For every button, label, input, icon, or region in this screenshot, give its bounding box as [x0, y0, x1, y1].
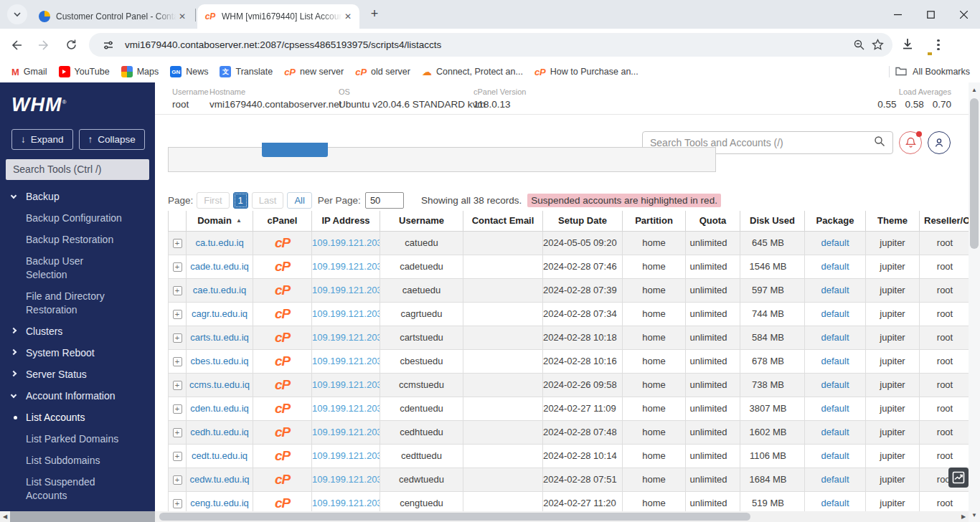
column-header-username[interactable]: Username [380, 211, 463, 231]
cpanel-logo-icon[interactable]: cP [275, 377, 290, 392]
all-pages-button[interactable]: All [287, 192, 311, 209]
scroll-right-icon[interactable]: ▶ [958, 511, 969, 522]
ip-address-link[interactable]: 109.199.121.203 [312, 285, 380, 295]
package-link[interactable]: default [821, 261, 849, 272]
column-header-disk-used[interactable]: Disk Used [740, 211, 805, 231]
current-page-button[interactable]: 1 [233, 192, 248, 209]
domain-link[interactable]: cbes.tu.edu.iq [191, 356, 249, 366]
forward-icon[interactable] [33, 34, 55, 56]
column-header-cpanel[interactable]: cPanel [253, 211, 312, 231]
collapse-button[interactable]: ↑Collapse [79, 129, 145, 150]
package-link[interactable]: default [821, 427, 849, 437]
per-page-input[interactable] [365, 192, 404, 209]
back-icon[interactable] [6, 34, 27, 56]
last-page-button[interactable]: Last [252, 192, 284, 209]
sidebar-item-list-accounts[interactable]: List Accounts [0, 411, 155, 424]
column-header-domain[interactable]: Domain▲ [187, 211, 253, 231]
bookmark-item[interactable]: MGmail [11, 67, 47, 77]
maximize-button[interactable] [914, 0, 947, 29]
zoom-out-icon[interactable] [849, 36, 868, 54]
notifications-bell-button[interactable] [899, 131, 922, 154]
package-link[interactable]: default [821, 237, 849, 248]
domain-link[interactable]: cedt.tu.edu.iq [192, 450, 248, 461]
vertical-scrollbar[interactable]: ▲ ▼ [969, 82, 980, 522]
cpanel-logo-icon[interactable]: cP [275, 306, 290, 321]
package-link[interactable]: default [821, 403, 849, 414]
domain-link[interactable]: cagr.tu.edu.iq [192, 308, 248, 319]
bookmark-item[interactable]: ☁Connect, Protect an... [422, 66, 523, 77]
cpanel-logo-icon[interactable]: cP [275, 495, 290, 511]
tab-whm-active[interactable]: cP WHM [vmi1679440] List Accoun ✕ [197, 4, 359, 29]
expand-button[interactable]: ↓Expand [11, 129, 73, 150]
bookmark-item[interactable]: Maps [121, 66, 159, 77]
cpanel-logo-icon[interactable]: cP [275, 330, 290, 345]
ip-address-link[interactable]: 109.199.121.203 [312, 498, 380, 508]
ip-address-link[interactable]: 109.199.121.203 [312, 450, 380, 461]
package-link[interactable]: default [821, 379, 849, 390]
cpanel-logo-icon[interactable]: cP [275, 353, 290, 369]
sidebar-item-list-suspended-accounts[interactable]: List Suspended Accounts [0, 475, 155, 503]
all-bookmarks-button[interactable]: All Bookmarks [913, 67, 970, 77]
ip-address-link[interactable]: 109.199.121.203 [312, 403, 380, 414]
package-link[interactable]: default [821, 308, 849, 319]
bookmark-item[interactable]: cPnew server [284, 67, 344, 77]
scroll-down-icon[interactable]: ▼ [969, 509, 980, 521]
search-icon[interactable] [874, 136, 885, 150]
domain-link[interactable]: cedh.tu.edu.iq [190, 427, 249, 437]
sidebar-item-file-and-directory-restoration[interactable]: File and Directory Restoration [0, 290, 155, 317]
scrollbar-thumb[interactable] [159, 513, 750, 521]
scroll-up-icon[interactable]: ▲ [969, 84, 980, 95]
expand-row-icon[interactable]: + [173, 381, 182, 390]
close-tab-icon[interactable]: ✕ [342, 11, 354, 22]
minimize-button[interactable] [881, 0, 914, 29]
bookmark-item[interactable]: cPHow to Purchase an... [534, 67, 639, 77]
expand-row-icon[interactable]: + [173, 262, 182, 272]
ip-address-link[interactable]: 109.199.121.203 [312, 332, 380, 343]
tab-search-chevron-icon[interactable] [7, 4, 27, 24]
scrollbar-thumb[interactable] [970, 98, 979, 249]
domain-link[interactable]: ceng.tu.edu.iq [190, 498, 249, 508]
ip-address-link[interactable]: 109.199.121.203 [312, 379, 380, 390]
package-link[interactable]: default [821, 285, 849, 295]
expand-row-icon[interactable]: + [173, 239, 182, 248]
new-tab-button[interactable]: + [365, 5, 384, 24]
url-text[interactable]: vmi1679440.contaboserver.net:2087/cpsess… [125, 39, 849, 50]
url-bar[interactable]: vmi1679440.contaboserver.net:2087/cpsess… [89, 33, 892, 57]
sidebar-item-list-parked-domains[interactable]: List Parked Domains [0, 432, 155, 446]
column-header-partition[interactable]: Partition [623, 211, 686, 231]
expand-row-icon[interactable]: + [173, 452, 182, 461]
user-profile-button[interactable] [928, 131, 951, 154]
expand-row-icon[interactable]: + [173, 357, 182, 366]
cpanel-logo-icon[interactable]: cP [275, 259, 290, 274]
column-header-quota[interactable]: Quota [686, 211, 740, 231]
close-tab-icon[interactable]: ✕ [176, 11, 188, 22]
bookmark-item[interactable]: cPold server [355, 67, 410, 77]
ip-address-link[interactable]: 109.199.121.203 [312, 308, 380, 319]
close-window-button[interactable] [947, 0, 980, 29]
package-link[interactable]: default [821, 474, 849, 485]
bookmark-item[interactable]: 文Translate [220, 66, 273, 77]
sidebar-item-backup-restoration[interactable]: Backup Restoration [0, 233, 155, 247]
sidebar-item-list-subdomains[interactable]: List Subdomains [0, 454, 155, 468]
sidebar-item-backup[interactable]: Backup [0, 190, 155, 204]
scrollbar-thumb[interactable] [10, 511, 155, 522]
bookmark-star-icon[interactable] [868, 36, 887, 54]
expand-row-icon[interactable]: + [173, 333, 182, 343]
sidebar-horizontal-scrollbar[interactable]: ◀ [0, 511, 155, 522]
column-header-package[interactable]: Package [805, 211, 866, 231]
ip-address-link[interactable]: 109.199.121.203 [312, 356, 380, 366]
menu-kebab-icon[interactable] [937, 39, 940, 51]
sidebar-item-backup-configuration[interactable]: Backup Configuration [0, 212, 155, 225]
domain-link[interactable]: cade.tu.edu.iq [190, 261, 249, 272]
tab-contabo[interactable]: Customer Control Panel - Conta ✕ [32, 4, 194, 29]
expand-row-icon[interactable]: + [173, 428, 182, 437]
column-header-contact-email[interactable]: Contact Email [463, 211, 543, 231]
site-info-icon[interactable] [99, 36, 118, 54]
package-link[interactable]: default [821, 450, 849, 461]
scroll-left-icon[interactable]: ◀ [0, 511, 10, 522]
ip-address-link[interactable]: 109.199.121.203 [312, 474, 380, 485]
package-link[interactable]: default [821, 356, 849, 366]
cpanel-logo-icon[interactable]: cP [275, 448, 290, 463]
domain-link[interactable]: cedw.tu.edu.iq [189, 474, 249, 485]
domain-link[interactable]: carts.tu.edu.iq [190, 332, 249, 343]
